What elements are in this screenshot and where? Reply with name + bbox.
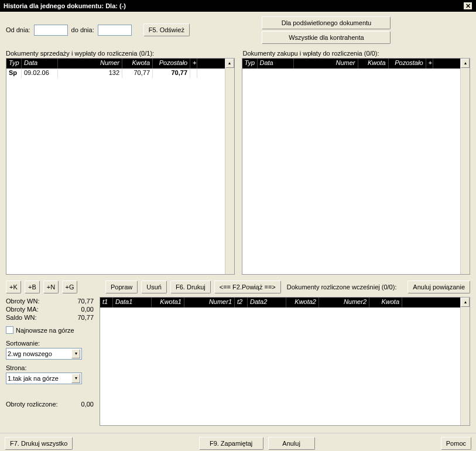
chevron-down-icon[interactable]: ▾ [71,349,80,358]
scroll-up-icon[interactable]: ▴ [225,59,234,68]
do-dnia-input[interactable] [98,25,132,36]
plus-b-button[interactable]: +B [25,281,40,293]
col-typ: Typ [6,59,22,69]
col-plus: + [190,59,197,69]
col-data: Data [22,59,58,69]
obroty-wn-label: Obroty WN: [6,298,39,305]
popraw-button[interactable]: Popraw [105,281,138,293]
table-row[interactable]: Sp 09.02.06 132 70,77 70,77 [6,69,225,78]
obroty-ma-value: 0,00 [81,306,94,313]
od-dnia-label: Od dnia: [6,26,30,33]
od-dnia-input[interactable] [34,25,68,36]
purchase-section-label: Dokumenty zakupu i wpłaty do rozliczenia… [243,50,471,57]
for-highlighted-doc-button[interactable]: Dla podświetlonego dokumentu [262,16,391,29]
drukuj-button[interactable]: F6. Drukuj [170,281,211,293]
scrollbar[interactable]: ▴ [460,298,470,425]
scrollbar[interactable]: ▴ [460,59,470,274]
plus-k-button[interactable]: +K [6,281,21,293]
titlebar: Historia dla jednego dokumentu: Dla: (-)… [0,0,476,12]
najnowsze-label: Najnowsze na górze [16,327,74,334]
saldo-value: 70,77 [77,314,94,321]
refresh-button[interactable]: F5. Odśwież [143,23,190,36]
obroty-ma-label: Obroty MA: [6,306,39,313]
window-title: Historia dla jednego dokumentu: Dla: (-) [4,2,126,9]
scrollbar[interactable]: ▴ [225,59,234,274]
drukuj-wszystko-button[interactable]: F7. Drukuj wszystko [5,437,73,450]
sales-table[interactable]: Typ Data Numer Kwota Pozostało + Sp 09.0… [6,58,235,275]
anuluj-button[interactable]: Anuluj [268,437,315,450]
purchase-table[interactable]: Typ Data Numer Kwota Pozostało + ▴ [242,58,471,275]
obroty-rozliczone-value: 0,00 [81,401,94,408]
col-pozostalo: Pozostało [153,59,190,69]
plus-g-button[interactable]: +G [62,281,77,293]
close-icon[interactable]: ✕ [463,2,472,10]
zapamietaj-button[interactable]: F9. Zapamiętaj [199,437,263,450]
obroty-rozliczone-label: Obroty rozliczone: [6,401,58,408]
najnowsze-checkbox[interactable] [6,326,13,334]
all-for-contractor-button[interactable]: Wszystkie dla kontrahenta [262,31,391,44]
settled-table[interactable]: t1 Data1 Kwota1 Numer1 t2 Data2 Kwota2 N… [100,297,470,426]
col-numer: Numer [58,59,122,69]
scroll-up-icon[interactable]: ▴ [461,59,470,68]
anuluj-powiazanie-button[interactable]: Anuluj powiązanie [407,281,470,293]
col-kwota: Kwota [122,59,153,69]
chevron-down-icon[interactable]: ▾ [71,374,80,383]
strona-label: Strona: [6,364,94,371]
pomoc-button[interactable]: Pomoc [441,437,471,450]
obroty-wn-value: 70,77 [77,298,94,305]
sortowanie-select[interactable]: 2.wg nowszego ▾ [6,348,82,360]
sortowanie-label: Sortowanie: [6,340,94,347]
usun-button[interactable]: Usuń [141,281,167,293]
sales-section-label: Dokumenty sprzedaży i wypłaty do rozlicz… [6,50,234,57]
saldo-label: Saldo WN: [6,314,37,321]
powiaz-button[interactable]: <== F2.Powiąż ==> [214,281,281,293]
do-dnia-label: do dnia: [71,26,94,33]
scroll-up-icon[interactable]: ▴ [461,298,470,307]
plus-n-button[interactable]: +N [43,281,59,293]
rozliczone-label: Dokumenty rozliczone wcześniej (0/0): [287,283,397,291]
strona-select[interactable]: 1.tak jak na górze ▾ [6,373,82,384]
